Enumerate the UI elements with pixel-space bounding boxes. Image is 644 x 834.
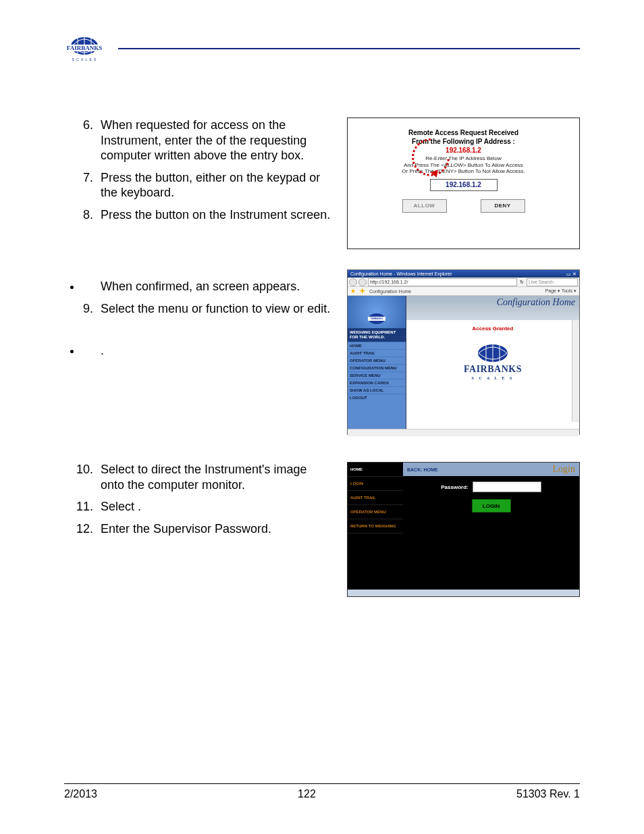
url-input[interactable]: http://192.168.1.2/ bbox=[368, 278, 517, 286]
fig1-title: Remote Access Request Received bbox=[348, 129, 579, 136]
login-menu-audit[interactable]: AUDIT TRAIL bbox=[348, 491, 403, 505]
menu-service[interactable]: SERVICE MENU bbox=[348, 371, 406, 379]
config-content: Configuration Home Access Granted bbox=[406, 296, 579, 429]
bullet-confirmed: When confirmed, an screen appears. bbox=[82, 279, 333, 294]
allow-button[interactable]: ALLOW bbox=[402, 199, 447, 213]
step-6: When requested for access on the Instrum… bbox=[97, 118, 333, 163]
login-topbar: BACK: HOME Login bbox=[403, 463, 579, 476]
fig1-ip-input[interactable]: 192.168.1.2 bbox=[430, 179, 498, 191]
sidebar-tagline: WEIGHING EQUIPMENT FOR THE WORLD. bbox=[348, 328, 406, 342]
login-menu-operator[interactable]: OPERATOR MENU bbox=[348, 505, 403, 519]
login-title: Login bbox=[553, 464, 575, 475]
login-bottom-bar bbox=[348, 590, 579, 596]
step-12: Enter the Supervisor Password. bbox=[97, 521, 333, 537]
fig1-source-ip: 192.168.1.2 bbox=[348, 147, 579, 154]
scrollbar-vertical[interactable] bbox=[572, 320, 579, 422]
svg-text:S C A L E S: S C A L E S bbox=[72, 57, 97, 61]
menu-operator[interactable]: OPERATOR MENU bbox=[348, 357, 406, 364]
fig1-info: Re-Enter The IP Address Below And Press … bbox=[348, 155, 579, 175]
login-menu-return[interactable]: RETURN TO WEIGHING bbox=[348, 519, 403, 533]
step-8: Press the button on the Instrument scree… bbox=[97, 207, 333, 223]
window-title: Configuration Home - Windows Internet Ex… bbox=[350, 270, 452, 278]
browser-address-bar: http://192.168.1.2/ ↻ Live Search bbox=[348, 278, 579, 287]
figure-login-screen: HOME LOGIN AUDIT TRAIL OPERATOR MENU RET… bbox=[347, 462, 580, 597]
password-label: Password: bbox=[441, 484, 468, 490]
login-sidebar: HOME LOGIN AUDIT TRAIL OPERATOR MENU RET… bbox=[348, 463, 403, 590]
config-banner-title: Configuration Home bbox=[406, 296, 579, 320]
step-9: Select the menu or function to view or e… bbox=[97, 301, 333, 317]
menu-audit-trail[interactable]: AUDIT TRAIL bbox=[348, 349, 406, 357]
fig1-subtitle: From the Following IP Address : bbox=[348, 138, 579, 145]
page-footer: 2/2013 122 51303 Rev. 1 bbox=[64, 764, 580, 800]
forward-icon[interactable] bbox=[358, 278, 367, 286]
window-controls-icon[interactable]: ▭ ✕ bbox=[566, 270, 576, 278]
menu-home[interactable]: HOME bbox=[348, 342, 406, 349]
page-header: FAIRBANKS S C A L E S bbox=[64, 34, 580, 70]
login-main: BACK: HOME Login Password: LOGIN bbox=[403, 463, 579, 590]
scrollbar-horizontal[interactable] bbox=[348, 429, 579, 436]
menu-logout[interactable]: LOGOUT bbox=[348, 394, 406, 401]
logo-tag: S C A L E S bbox=[406, 376, 579, 380]
deny-button[interactable]: DENY bbox=[481, 199, 525, 213]
bullet-list-b: . bbox=[64, 343, 333, 359]
fairbanks-logo-small-icon: FAIRBANKS bbox=[348, 296, 406, 328]
globe-icon bbox=[476, 344, 510, 363]
add-favorite-icon[interactable]: ✚ bbox=[360, 288, 365, 294]
browser-tab[interactable]: Configuration Home bbox=[369, 289, 411, 294]
step-7: Press the button, either on the keypad o… bbox=[97, 170, 333, 201]
back-home-button[interactable]: BACK: HOME bbox=[407, 467, 438, 472]
figure-browser-config-home: Configuration Home - Windows Internet Ex… bbox=[347, 269, 580, 435]
menu-show-local[interactable]: SHOW AS LOCAL bbox=[348, 386, 406, 394]
steps-list-b: Select the menu or function to view or e… bbox=[64, 301, 333, 317]
browser-tab-bar: ★ ✚ Configuration Home Page ▾ Tools ▾ bbox=[348, 287, 579, 296]
logo-name: FAIRBANKS bbox=[406, 364, 579, 375]
page-tools-menu[interactable]: Page ▾ Tools ▾ bbox=[545, 288, 576, 294]
menu-expansion[interactable]: EXPANSION CARDS bbox=[348, 379, 406, 386]
bullet-empty: . bbox=[82, 343, 333, 359]
favorites-icon[interactable]: ★ bbox=[350, 288, 356, 294]
password-input[interactable] bbox=[473, 481, 541, 492]
browser-title-bar: Configuration Home - Windows Internet Ex… bbox=[348, 270, 579, 278]
steps-list-c: Select to direct the Instrument's image … bbox=[64, 462, 333, 536]
config-sidebar: FAIRBANKS WEIGHING EQUIPMENT FOR THE WOR… bbox=[348, 296, 406, 429]
login-menu-login[interactable]: LOGIN bbox=[348, 477, 403, 491]
bullet-list-a: When confirmed, an screen appears. bbox=[64, 279, 333, 294]
back-icon[interactable] bbox=[349, 278, 357, 286]
step-11: Select . bbox=[97, 499, 333, 515]
footer-docrev: 51303 Rev. 1 bbox=[516, 788, 580, 800]
menu-configuration[interactable]: CONFIGURATION MENU bbox=[348, 364, 406, 371]
access-granted-text: Access Granted bbox=[406, 320, 579, 332]
steps-list-a: When requested for access on the Instrum… bbox=[64, 118, 333, 222]
login-button[interactable]: LOGIN bbox=[472, 499, 511, 513]
svg-text:FAIRBANKS: FAIRBANKS bbox=[371, 317, 383, 320]
footer-page: 122 bbox=[298, 788, 316, 800]
figure-remote-access-request: Remote Access Request Received From the … bbox=[347, 118, 580, 249]
footer-date: 2/2013 bbox=[64, 788, 97, 800]
search-input[interactable]: Live Search bbox=[527, 278, 578, 286]
header-rule bbox=[118, 48, 580, 49]
login-form: Password: LOGIN bbox=[403, 476, 579, 590]
refresh-icon[interactable]: ↻ bbox=[518, 280, 525, 285]
fairbanks-center-logo: FAIRBANKS S C A L E S bbox=[406, 344, 579, 380]
fairbanks-logo: FAIRBANKS S C A L E S bbox=[64, 34, 105, 66]
svg-text:FAIRBANKS: FAIRBANKS bbox=[67, 45, 102, 51]
login-menu-home[interactable]: HOME bbox=[348, 463, 403, 477]
step-10: Select to direct the Instrument's image … bbox=[97, 462, 333, 492]
